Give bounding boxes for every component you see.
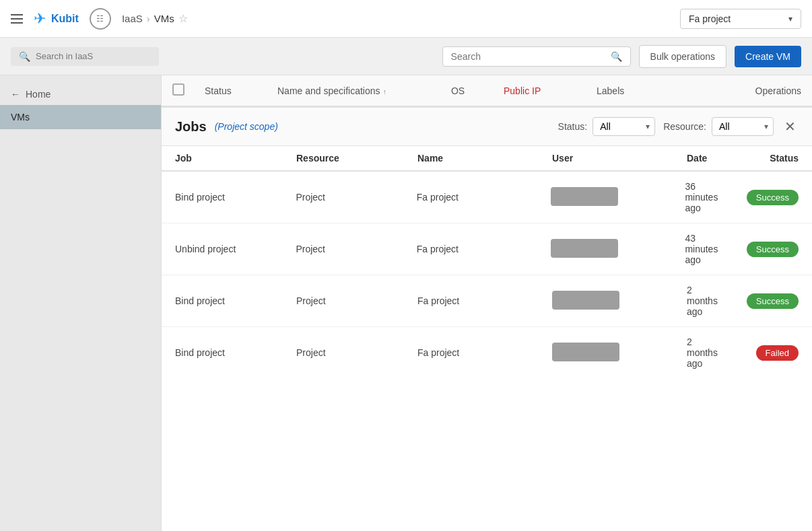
job-cell-status: Success <box>718 190 799 205</box>
job-cell-job: Bind project <box>175 192 296 203</box>
user-avatar-placeholder <box>551 187 618 206</box>
jobs-col-resource: Resource <box>296 153 417 164</box>
project-dropdown-label: Fa project <box>689 13 783 24</box>
job-cell-job: Unbind project <box>175 244 296 254</box>
resource-filter-wrap[interactable]: All Project VM Network <box>712 117 774 136</box>
job-cell-name: Fa project <box>417 347 552 358</box>
resource-filter-group: Resource: All Project VM Network <box>663 117 774 136</box>
job-cell-user <box>552 343 687 363</box>
select-all-checkbox[interactable] <box>172 83 184 96</box>
job-cell-resource: Project <box>296 192 416 203</box>
iaas-search-input[interactable] <box>36 51 151 61</box>
jobs-title: Jobs <box>175 119 207 135</box>
hamburger-menu[interactable] <box>11 14 23 24</box>
search-icon: 🔍 <box>19 51 30 62</box>
back-arrow-icon: ← <box>11 89 20 100</box>
logo-text: Kubit <box>51 13 79 25</box>
project-dropdown[interactable]: Fa project ▾ <box>680 9 801 29</box>
col-ip-header: Public IP <box>504 85 591 96</box>
job-cell-date: 43 minutes ago <box>685 233 718 265</box>
jobs-col-job: Job <box>175 153 296 164</box>
status-badge: Failed <box>756 345 799 361</box>
user-avatar-placeholder <box>551 239 618 258</box>
table-row: Bind project Project Fa project 36 minut… <box>162 172 812 223</box>
sidebar-vms-label: VMs <box>11 112 30 122</box>
job-cell-name: Fa project <box>417 244 551 254</box>
jobs-rows: Bind project Project Fa project 36 minut… <box>162 172 812 378</box>
top-nav: ✈ Kubit ☷ IaaS › VMs ☆ Fa project ▾ <box>0 0 812 38</box>
sidebar-back-label: Home <box>26 89 50 100</box>
jobs-col-user: User <box>552 153 687 164</box>
col-labels-header: Labels <box>597 85 677 96</box>
job-cell-resource: Project <box>296 347 417 358</box>
table-row: Bind project Project Fa project 2 months… <box>162 275 812 327</box>
main-content: Status Name and specifications ↑ OS Publ… <box>162 75 812 531</box>
user-avatar-placeholder <box>552 291 619 310</box>
iaas-search-box[interactable]: 🔍 <box>11 47 159 66</box>
breadcrumb: IaaS › VMs ☆ <box>122 12 188 25</box>
status-filter-select[interactable]: All Success Failed Running <box>593 117 655 136</box>
search-submit-icon[interactable]: 🔍 <box>611 51 622 62</box>
jobs-panel: Jobs (Project scope) Status: All Success… <box>162 106 812 378</box>
resource-filter-label: Resource: <box>663 121 706 132</box>
sort-indicator-icon: ↑ <box>382 87 386 96</box>
status-filter-group: Status: All Success Failed Running <box>558 117 656 136</box>
status-badge: Success <box>747 242 799 257</box>
sidebar: ← Home VMs <box>0 75 162 531</box>
create-vm-button[interactable]: Create VM <box>735 46 801 67</box>
bulk-operations-button[interactable]: Bulk operations <box>639 45 727 68</box>
content-area: ← Home VMs Status Name and specification… <box>0 75 812 531</box>
resource-filter-select[interactable]: All Project VM Network <box>712 117 774 136</box>
jobs-scope: (Project scope) <box>215 121 278 132</box>
col-operations-header: Operations <box>683 85 801 96</box>
status-filter-wrap[interactable]: All Success Failed Running <box>593 117 655 136</box>
job-cell-status: Failed <box>718 345 799 361</box>
jobs-column-headers: Job Resource Name User Date Status <box>162 146 812 172</box>
sidebar-back-home[interactable]: ← Home <box>0 83 161 105</box>
status-badge: Success <box>747 190 799 205</box>
table-row: Unbind project Project Fa project 43 min… <box>162 223 812 275</box>
col-name-header[interactable]: Name and specifications ↑ <box>277 85 412 96</box>
col-status-header: Status <box>205 85 272 96</box>
job-cell-resource: Project <box>296 295 417 306</box>
job-cell-status: Success <box>718 293 799 309</box>
breadcrumb-current: VMs <box>154 13 174 24</box>
sidebar-item-vms[interactable]: VMs <box>0 105 161 129</box>
job-cell-date: 2 months ago <box>687 285 718 317</box>
jobs-col-name: Name <box>417 153 552 164</box>
job-cell-job: Bind project <box>175 295 296 306</box>
job-cell-status: Success <box>718 242 799 257</box>
job-cell-job: Bind project <box>175 347 296 358</box>
status-badge: Success <box>747 293 799 309</box>
table-row: Bind project Project Fa project 2 months… <box>162 327 812 378</box>
user-avatar-placeholder <box>552 343 619 361</box>
jobs-close-icon[interactable]: ✕ <box>782 118 799 135</box>
second-bar: 🔍 🔍 Bulk operations Create VM <box>0 38 812 75</box>
main-search-box[interactable]: 🔍 <box>442 46 631 67</box>
breadcrumb-parent[interactable]: IaaS <box>122 13 143 24</box>
job-cell-date: 2 months ago <box>687 337 718 369</box>
job-cell-user <box>551 187 685 208</box>
job-cell-name: Fa project <box>417 192 551 203</box>
col-os-header: OS <box>417 85 498 96</box>
logo-area: ✈ Kubit <box>34 10 79 28</box>
jobs-col-date: Date <box>687 153 718 164</box>
job-cell-date: 36 minutes ago <box>685 181 718 213</box>
status-filter-label: Status: <box>558 121 588 132</box>
logo-icon: ✈ <box>34 10 46 28</box>
job-cell-resource: Project <box>296 244 416 254</box>
jobs-col-status: Status <box>718 153 799 164</box>
table-column-headers: Status Name and specifications ↑ OS Publ… <box>162 75 812 106</box>
chevron-down-icon: ▾ <box>788 14 792 24</box>
job-cell-user <box>552 291 687 312</box>
favorite-icon[interactable]: ☆ <box>178 12 188 25</box>
nav-db-icon[interactable]: ☷ <box>90 8 111 30</box>
job-cell-user <box>551 239 685 260</box>
jobs-header: Jobs (Project scope) Status: All Success… <box>162 108 812 146</box>
job-cell-name: Fa project <box>417 295 552 306</box>
main-search-input[interactable] <box>451 51 605 62</box>
breadcrumb-separator: › <box>147 13 150 24</box>
